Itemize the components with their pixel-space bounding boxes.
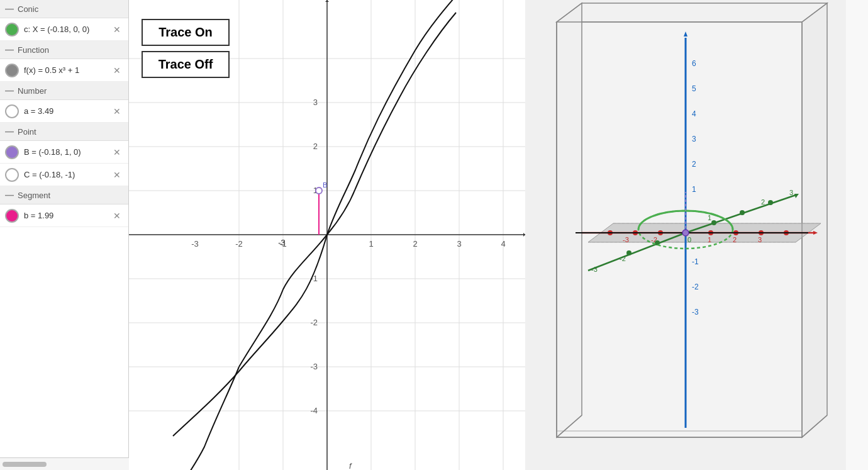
svg-text:0: 0 <box>687 236 691 243</box>
collapse-conic[interactable]: — <box>5 4 14 14</box>
svg-text:4: 4 <box>501 239 505 249</box>
svg-text:2: 2 <box>733 236 737 243</box>
item-function-f: f(x) = 0.5 x³ + 1 ✕ <box>0 59 128 82</box>
item-point-c: C = (-0.18, -1) ✕ <box>0 164 128 186</box>
svg-marker-49 <box>557 3 582 437</box>
item-point-b: B = (-0.18, 1, 0) ✕ <box>0 141 128 164</box>
buttons-overlay: Trace On Trace Off <box>142 19 230 78</box>
section-header-function: — Function <box>0 41 128 59</box>
svg-text:-3: -3 <box>692 308 699 316</box>
section-header-point: — Point <box>0 123 128 141</box>
label-segment-b: b = 1.99 <box>24 211 111 220</box>
sidebar: — Conic c: X = (-0.18, 0, 0) ✕ — Functio… <box>0 0 129 470</box>
svg-text:-2: -2 <box>310 318 318 327</box>
sidebar-scrollbar-thumb[interactable] <box>3 462 47 467</box>
svg-text:-2: -2 <box>620 255 626 262</box>
svg-text:1: 1 <box>708 236 711 243</box>
section-label-point: Point <box>18 127 36 137</box>
section-header-segment: — Segment <box>0 186 128 204</box>
svg-point-84 <box>768 200 773 205</box>
collapse-segment[interactable]: — <box>5 190 14 200</box>
graph-3d-svg: 6 5 4 3 2 1 -1 -2 -3 1 2 3 -2 -3 <box>525 0 846 470</box>
label-point-c: C = (-0.18, -1) <box>24 170 111 179</box>
svg-point-83 <box>740 210 745 215</box>
close-point-c[interactable]: ✕ <box>111 169 123 181</box>
svg-text:-3: -3 <box>591 266 598 273</box>
color-circle-function-f[interactable] <box>5 64 19 77</box>
label-number-a: a = 3.49 <box>24 106 111 116</box>
close-segment-b[interactable]: ✕ <box>111 210 123 222</box>
section-header-conic: — Conic <box>0 0 128 18</box>
trace-off-button[interactable]: Trace Off <box>142 51 230 78</box>
collapse-point[interactable]: — <box>5 126 14 137</box>
section-header-number: — Number <box>0 82 128 100</box>
svg-text:1: 1 <box>369 239 373 249</box>
svg-text:2: 2 <box>692 160 696 169</box>
svg-text:3: 3 <box>789 189 793 196</box>
svg-text:5: 5 <box>692 84 696 93</box>
svg-point-39 <box>316 187 322 194</box>
color-circle-segment-b[interactable] <box>5 209 19 223</box>
svg-text:3: 3 <box>457 239 461 249</box>
svg-text:B: B <box>323 181 327 189</box>
svg-text:1: 1 <box>692 185 696 194</box>
svg-text:-1: -1 <box>279 239 287 249</box>
color-circle-point-c[interactable] <box>5 168 19 182</box>
sidebar-scrollbar: ▶ <box>0 457 129 470</box>
graph-2d[interactable]: Trace On Trace Off <box>129 0 525 470</box>
svg-text:-3: -3 <box>191 239 199 249</box>
item-number-a: a = 3.49 ✕ <box>0 100 128 123</box>
svg-text:-1: -1 <box>692 257 699 266</box>
svg-point-86 <box>626 250 632 255</box>
close-conic-c[interactable]: ✕ <box>111 23 123 36</box>
close-function-f[interactable]: ✕ <box>111 64 123 77</box>
label-function-f: f(x) = 0.5 x³ + 1 <box>24 65 111 75</box>
svg-text:3: 3 <box>758 236 762 243</box>
svg-text:2: 2 <box>761 198 765 206</box>
svg-text:3: 3 <box>692 135 696 143</box>
svg-text:-3: -3 <box>623 236 629 243</box>
svg-point-82 <box>711 220 716 225</box>
svg-text:6: 6 <box>692 59 696 68</box>
close-point-b[interactable]: ✕ <box>111 146 123 159</box>
item-conic-c: c: X = (-0.18, 0, 0) ✕ <box>0 18 128 41</box>
section-label-function: Function <box>18 45 49 55</box>
svg-text:-2: -2 <box>235 239 243 249</box>
close-number-a[interactable]: ✕ <box>111 105 123 118</box>
item-segment-b: b = 1.99 ✕ <box>0 204 128 227</box>
color-circle-number-a[interactable] <box>5 104 19 118</box>
svg-text:-3: -3 <box>310 362 318 371</box>
svg-text:2: 2 <box>413 239 417 249</box>
svg-text:2: 2 <box>313 142 318 151</box>
svg-text:-2: -2 <box>692 283 699 291</box>
svg-text:4: 4 <box>692 109 696 118</box>
svg-text:1: 1 <box>708 214 711 221</box>
trace-on-button[interactable]: Trace On <box>142 19 230 46</box>
section-label-conic: Conic <box>18 4 38 14</box>
graph-3d[interactable]: 6 5 4 3 2 1 -1 -2 -3 1 2 3 -2 -3 <box>525 0 868 470</box>
section-label-number: Number <box>18 86 47 96</box>
label-conic-c: c: X = (-0.18, 0, 0) <box>24 25 111 34</box>
collapse-function[interactable]: — <box>5 45 14 55</box>
svg-text:3: 3 <box>313 98 318 107</box>
svg-text:-4: -4 <box>310 406 318 415</box>
label-point-b: B = (-0.18, 1, 0) <box>24 147 111 157</box>
svg-marker-43 <box>557 3 827 22</box>
collapse-number[interactable]: — <box>5 86 14 96</box>
section-label-segment: Segment <box>18 191 50 200</box>
svg-marker-44 <box>802 3 827 437</box>
main-area: Trace On Trace Off <box>129 0 868 470</box>
color-circle-point-b[interactable] <box>5 145 19 159</box>
color-circle-conic-c[interactable] <box>5 23 19 36</box>
